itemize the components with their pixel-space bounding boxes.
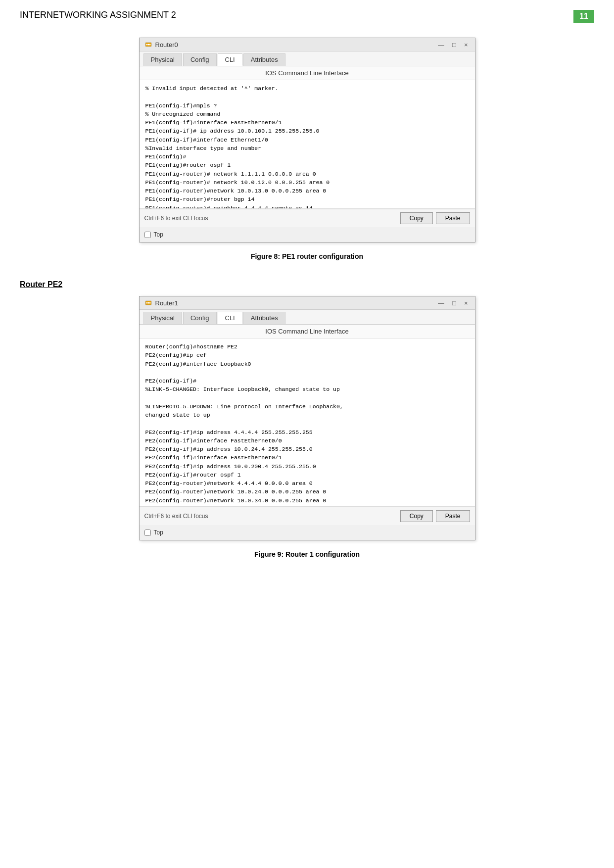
svg-point-7 bbox=[149, 302, 150, 304]
cli1-footer-text: Ctrl+F6 to exit CLI focus bbox=[144, 513, 208, 520]
paste1-button[interactable]: Paste bbox=[436, 510, 470, 522]
cli-footer: Ctrl+F6 to exit CLI focus Copy Paste bbox=[140, 209, 475, 227]
tab1-cli[interactable]: CLI bbox=[218, 312, 242, 324]
cli1-header: IOS Command Line Interface bbox=[140, 325, 475, 338]
svg-point-5 bbox=[146, 302, 147, 304]
tab1-attributes[interactable]: Attributes bbox=[243, 312, 285, 324]
window-title: Router0 bbox=[144, 41, 178, 48]
top1-label: Top bbox=[154, 529, 163, 536]
cli1-body[interactable]: Router(config)#hostname PE2 PE2(config)#… bbox=[140, 338, 475, 507]
figure9-caption: Figure 9: Router 1 configuration bbox=[254, 550, 360, 558]
window-title-text: Router0 bbox=[155, 41, 178, 48]
cli-header: IOS Command Line Interface bbox=[140, 66, 475, 80]
cli-body[interactable]: % Invalid input detected at '^' marker. … bbox=[140, 80, 475, 209]
window1-controls: — □ × bbox=[436, 299, 470, 307]
router1-icon bbox=[144, 299, 152, 307]
top-checkbox-row: Top bbox=[140, 227, 475, 242]
svg-point-6 bbox=[147, 302, 149, 304]
top-checkbox[interactable] bbox=[144, 232, 151, 238]
tab-cli[interactable]: CLI bbox=[218, 53, 242, 66]
page-number: 11 bbox=[573, 10, 594, 23]
window1-title: Router1 bbox=[144, 299, 178, 307]
cli1-footer: Ctrl+F6 to exit CLI focus Copy Paste bbox=[140, 507, 475, 525]
tab-config[interactable]: Config bbox=[183, 53, 217, 66]
top1-checkbox[interactable] bbox=[144, 530, 151, 536]
window-titlebar: Router0 — □ × bbox=[140, 38, 475, 51]
top1-checkbox-row: Top bbox=[140, 525, 475, 540]
svg-point-2 bbox=[147, 44, 149, 46]
page-title: INTERNETWORKING ASSIGNMENT 2 bbox=[20, 10, 176, 20]
paste-button[interactable]: Paste bbox=[436, 212, 470, 224]
figure8-container: Router0 — □ × Physical Config CLI Attrib… bbox=[20, 38, 594, 270]
tab-attributes[interactable]: Attributes bbox=[243, 53, 285, 66]
tab-physical[interactable]: Physical bbox=[143, 53, 182, 66]
window1-title-text: Router1 bbox=[155, 299, 178, 307]
cli1-buttons: Copy Paste bbox=[400, 510, 470, 522]
figure9-container: Router1 — □ × Physical Config CLI Attrib… bbox=[20, 296, 594, 568]
tab1-physical[interactable]: Physical bbox=[143, 312, 182, 324]
cli-footer-text: Ctrl+F6 to exit CLI focus bbox=[144, 215, 208, 222]
router-icon bbox=[144, 41, 152, 48]
maximize-button[interactable]: □ bbox=[450, 41, 458, 48]
minimize-button[interactable]: — bbox=[436, 41, 446, 48]
close1-button[interactable]: × bbox=[462, 299, 470, 307]
svg-point-3 bbox=[149, 44, 150, 46]
window-controls: — □ × bbox=[436, 41, 470, 48]
maximize1-button[interactable]: □ bbox=[450, 299, 458, 307]
window1-titlebar: Router1 — □ × bbox=[140, 296, 475, 310]
tabs-bar: Physical Config CLI Attributes bbox=[140, 51, 475, 66]
figure8-caption: Figure 8: PE1 router configuration bbox=[251, 252, 363, 260]
top-label: Top bbox=[154, 231, 163, 238]
tabs1-bar: Physical Config CLI Attributes bbox=[140, 310, 475, 325]
page-header: INTERNETWORKING ASSIGNMENT 2 11 bbox=[20, 10, 594, 23]
router0-window: Router0 — □ × Physical Config CLI Attrib… bbox=[139, 38, 475, 242]
copy1-button[interactable]: Copy bbox=[400, 510, 433, 522]
minimize1-button[interactable]: — bbox=[436, 299, 446, 307]
section-heading: Router PE2 bbox=[20, 280, 594, 289]
copy-button[interactable]: Copy bbox=[400, 212, 433, 224]
cli-buttons: Copy Paste bbox=[400, 212, 470, 224]
close-button[interactable]: × bbox=[462, 41, 470, 48]
svg-point-1 bbox=[146, 44, 147, 46]
router1-window: Router1 — □ × Physical Config CLI Attrib… bbox=[139, 296, 475, 540]
tab1-config[interactable]: Config bbox=[183, 312, 217, 324]
